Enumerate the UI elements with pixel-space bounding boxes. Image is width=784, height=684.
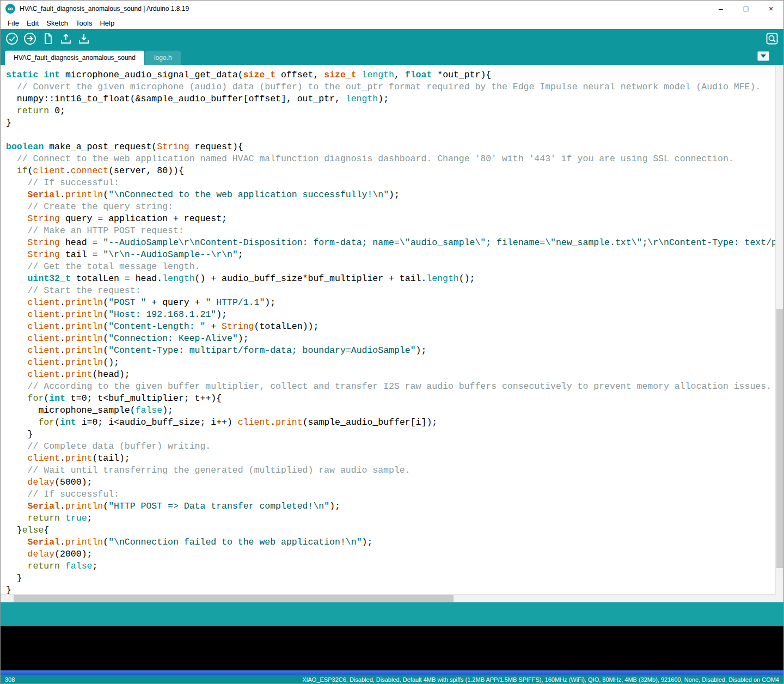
code-line: client.println("Content-Type: multipart/… xyxy=(6,345,776,357)
upload-button[interactable] xyxy=(23,32,37,46)
serial-monitor-button[interactable] xyxy=(765,32,779,46)
code-line: // According to the given buffer multipl… xyxy=(6,381,776,393)
save-arrow-icon xyxy=(77,32,91,46)
tab-main-sketch[interactable]: HVAC_fault_diagnosis_anomalous_sound xyxy=(5,51,144,65)
code-line: static int microphone_audio_signal_get_d… xyxy=(6,69,776,81)
status-bar: 308 XIAO_ESP32C6, Disabled, Disabled, De… xyxy=(1,675,783,683)
menu-item-edit[interactable]: Edit xyxy=(23,19,42,27)
menu-item-help[interactable]: Help xyxy=(96,19,118,27)
code-line: String query = application + request; xyxy=(6,213,776,225)
code-line: if(client.connect(server, 80)){ xyxy=(6,165,776,177)
menu-item-file[interactable]: File xyxy=(4,19,23,27)
code-line: // Make an HTTP POST request: xyxy=(6,225,776,237)
code-line: for(int t=0; t<buf_multiplier; t++){ xyxy=(6,393,776,405)
horizontal-scrollbar-thumb[interactable] xyxy=(14,595,454,602)
save-button[interactable] xyxy=(77,32,91,46)
code-area[interactable]: static int microphone_audio_signal_get_d… xyxy=(1,65,776,595)
code-line: client.println("POST " + query + " HTTP/… xyxy=(6,297,776,309)
open-arrow-icon xyxy=(59,32,73,46)
code-line: // Wait until transferring the generated… xyxy=(6,465,776,477)
magnifier-icon xyxy=(765,32,779,46)
tab-label: HVAC_fault_diagnosis_anomalous_sound xyxy=(14,54,136,62)
maximize-button[interactable]: □ xyxy=(733,1,758,17)
current-line-number: 308 xyxy=(5,676,15,683)
code-line: Serial.println("\nConnected to the web a… xyxy=(6,189,776,201)
code-line: // If successful: xyxy=(6,488,776,500)
check-icon xyxy=(5,32,19,46)
code-line: // Convert the given microphone (audio) … xyxy=(6,81,776,93)
code-line: return 0; xyxy=(6,105,776,117)
verify-button[interactable] xyxy=(5,32,19,46)
vertical-scrollbar-thumb[interactable] xyxy=(776,309,783,569)
horizontal-scrollbar[interactable] xyxy=(1,594,776,602)
code-line: client.println(); xyxy=(6,357,776,369)
code-line: return false; xyxy=(6,560,776,572)
code-line: // Get the total message length. xyxy=(6,261,776,273)
progress-bar xyxy=(1,670,783,675)
code-line: uint32_t totalLen = head.length() + audi… xyxy=(6,273,776,285)
tab-label: logo.h xyxy=(154,54,172,62)
code-line: // Connect to the web application named … xyxy=(6,153,776,165)
arduino-ide-window: ∞ HVAC_fault_diagnosis_anomalous_sound |… xyxy=(0,0,784,684)
code-line: client.println("Content-Length: " + Stri… xyxy=(6,321,776,333)
code-line: delay(5000); xyxy=(6,477,776,488)
tab-logo-h[interactable]: logo.h xyxy=(145,51,181,65)
arduino-logo-icon: ∞ xyxy=(5,4,15,14)
new-sketch-button[interactable] xyxy=(41,32,55,46)
vertical-scrollbar[interactable] xyxy=(775,65,783,595)
code-line: for(int i=0; i<audio_buff_size; i++) cli… xyxy=(6,417,776,429)
right-arrow-icon xyxy=(23,32,37,46)
code-line: // Create the query string: xyxy=(6,201,776,213)
code-line: // If successful: xyxy=(6,177,776,189)
tab-strip: HVAC_fault_diagnosis_anomalous_sound log… xyxy=(1,48,783,65)
menubar: FileEditSketchToolsHelp xyxy=(1,17,783,29)
toolbar xyxy=(1,29,783,48)
menu-item-tools[interactable]: Tools xyxy=(72,19,96,27)
code-line: Serial.println("\nConnection failed to t… xyxy=(6,536,776,548)
code-line: } xyxy=(6,117,776,129)
code-line: client.println("Host: 192.168.1.21"); xyxy=(6,309,776,321)
code-line xyxy=(6,129,776,141)
code-line: return true; xyxy=(6,512,776,524)
code-line: }else{ xyxy=(6,524,776,536)
code-line: } xyxy=(6,584,776,595)
tab-list-button[interactable] xyxy=(757,51,769,61)
code-line: } xyxy=(6,572,776,584)
title-bar: ∞ HVAC_fault_diagnosis_anomalous_sound |… xyxy=(1,1,783,17)
code-line: String head = "--AudioSample\r\nContent-… xyxy=(6,237,776,249)
new-document-icon xyxy=(41,32,55,46)
window-title: HVAC_fault_diagnosis_anomalous_sound | A… xyxy=(20,5,189,13)
status-message-strip xyxy=(1,602,783,626)
console-output xyxy=(1,626,783,670)
open-button[interactable] xyxy=(59,32,73,46)
code-line: client.print(tail); xyxy=(6,453,776,465)
close-button[interactable]: × xyxy=(758,1,783,17)
menu-item-sketch[interactable]: Sketch xyxy=(42,19,72,27)
minimize-button[interactable]: – xyxy=(708,1,733,17)
code-line: String tail = "\r\n--AudioSample--\r\n"; xyxy=(6,249,776,261)
code-line: numpy::int16_to_float(&sample_audio_buff… xyxy=(6,93,776,105)
scrollbar-corner xyxy=(776,595,783,602)
code-line: client.println("Connection: Keep-Alive")… xyxy=(6,333,776,345)
code-line: microphone_sample(false); xyxy=(6,405,776,417)
chevron-down-icon xyxy=(761,54,766,58)
code-line: // Start the request: xyxy=(6,285,776,297)
code-line: delay(2000); xyxy=(6,548,776,560)
board-info: XIAO_ESP32C6, Disabled, Disabled, Defaul… xyxy=(302,676,779,683)
code-line: client.print(head); xyxy=(6,369,776,381)
code-line: boolean make_a_post_request(String reque… xyxy=(6,141,776,153)
code-line: } xyxy=(6,429,776,441)
code-line: Serial.println("HTTP POST => Data transf… xyxy=(6,500,776,512)
code-line: // Complete data (buffer) writing. xyxy=(6,441,776,453)
code-editor[interactable]: static int microphone_audio_signal_get_d… xyxy=(1,65,783,602)
